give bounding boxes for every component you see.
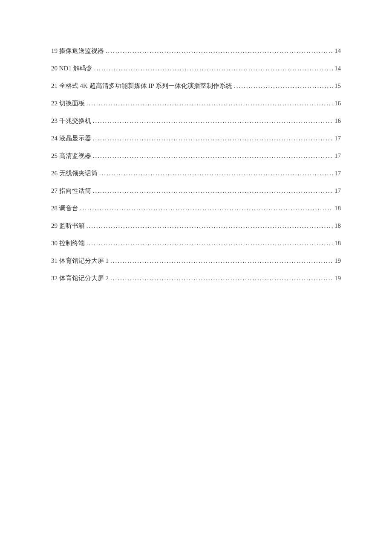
toc-entry-title: 26 无线领夹话筒	[51, 169, 98, 177]
toc-leader-dots	[93, 135, 333, 142]
toc-entry-title: 23 千兆交换机	[51, 117, 91, 125]
toc-entry: 28 调音台18	[51, 204, 341, 212]
toc-entry: 25 高清监视器17	[51, 152, 341, 160]
toc-entry-title: 20 ND1 解码盒	[51, 64, 92, 73]
toc-entry-page: 16	[334, 117, 341, 125]
toc-entry-title: 24 液晶显示器	[51, 134, 91, 142]
toc-leader-dots	[93, 152, 333, 160]
toc-entry-page: 17	[334, 187, 341, 195]
toc-leader-dots	[93, 187, 333, 195]
toc-entry-page: 18	[334, 240, 341, 247]
toc-entry-title: 22 切换面板	[51, 99, 85, 108]
table-of-contents: 19 摄像返送监视器1420 ND1 解码盒1421 全格式 4K 超高清多功能…	[51, 47, 341, 282]
toc-entry: 31 体育馆记分大屏 119	[51, 257, 341, 265]
toc-leader-dots	[94, 65, 333, 72]
toc-entry-title: 30 控制终端	[51, 239, 85, 247]
toc-entry-page: 17	[334, 152, 341, 160]
toc-entry-title: 29 监听书箱	[51, 222, 85, 230]
toc-entry-title: 28 调音台	[51, 204, 78, 212]
toc-entry: 32 体育馆记分大屏 219	[51, 274, 341, 282]
toc-leader-dots	[110, 257, 333, 264]
toc-entry: 30 控制终端18	[51, 239, 341, 247]
toc-entry-page: 14	[334, 65, 341, 72]
toc-leader-dots	[86, 100, 333, 107]
toc-leader-dots	[86, 240, 333, 247]
toc-leader-dots	[110, 275, 333, 282]
toc-entry-page: 17	[334, 135, 341, 142]
toc-entry: 23 千兆交换机16	[51, 117, 341, 125]
toc-leader-dots	[86, 222, 333, 230]
toc-entry: 21 全格式 4K 超高清多功能新媒体 IP 系列一体化演播室制作系统15	[51, 82, 341, 90]
toc-entry-title: 21 全格式 4K 超高清多功能新媒体 IP 系列一体化演播室制作系统	[51, 82, 232, 90]
toc-entry: 19 摄像返送监视器14	[51, 47, 341, 55]
toc-entry: 26 无线领夹话筒17	[51, 169, 341, 177]
toc-entry-page: 17	[334, 170, 341, 177]
toc-entry: 27 指向性话筒17	[51, 187, 341, 195]
toc-entry-page: 19	[334, 257, 341, 264]
toc-leader-dots	[93, 117, 333, 125]
toc-entry-title: 32 体育馆记分大屏 2	[51, 274, 109, 282]
toc-entry-title: 31 体育馆记分大屏 1	[51, 257, 109, 265]
toc-entry-title: 19 摄像返送监视器	[51, 47, 104, 55]
toc-entry-page: 18	[334, 222, 341, 230]
toc-entry: 29 监听书箱18	[51, 222, 341, 230]
toc-entry-page: 16	[334, 100, 341, 107]
toc-entry-page: 18	[334, 205, 341, 212]
toc-entry: 24 液晶显示器17	[51, 134, 341, 142]
toc-entry-title: 25 高清监视器	[51, 152, 91, 160]
toc-leader-dots	[80, 205, 333, 212]
toc-entry: 20 ND1 解码盒14	[51, 64, 341, 73]
toc-leader-dots	[99, 170, 333, 177]
toc-entry-page: 19	[334, 275, 341, 282]
toc-entry: 22 切换面板16	[51, 99, 341, 108]
toc-leader-dots	[234, 82, 333, 90]
toc-entry-page: 14	[334, 47, 341, 55]
toc-leader-dots	[106, 47, 333, 55]
toc-entry-title: 27 指向性话筒	[51, 187, 91, 195]
toc-entry-page: 15	[334, 82, 341, 90]
